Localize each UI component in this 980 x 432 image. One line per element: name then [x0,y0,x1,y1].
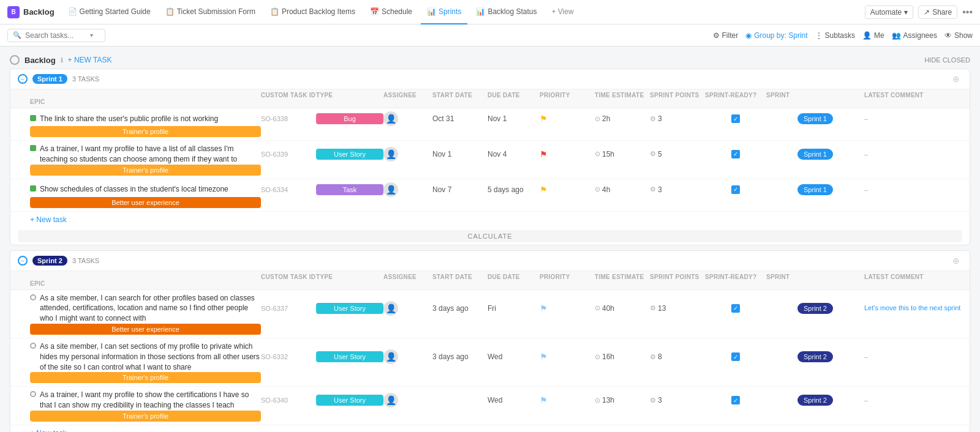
tab-product-backlog[interactable]: 📋 Product Backlog Items [264,0,361,24]
new-task-button[interactable]: + NEW TASK [68,56,112,64]
tab-sprints[interactable]: 📊 Sprints [421,0,467,24]
app-logo[interactable]: B Backlog [7,6,55,18]
hide-closed-label: HIDE CLOSED [924,56,970,64]
points-icon: ⚙ [650,115,656,123]
assignees-icon: 👥 [892,31,901,40]
ready-checkbox[interactable]: ✓ [705,304,766,313]
search-input[interactable] [25,31,86,40]
ready-checkbox[interactable]: ✓ [705,114,766,123]
avatar[interactable]: 👤 [383,147,398,162]
epic-badge[interactable]: Trainer's profile [30,165,261,176]
epic-badge[interactable]: Trainer's profile [30,126,261,137]
start-date: Nov 1 [432,150,488,158]
assignees-label: Assignees [903,31,937,40]
sprint-pill[interactable]: Sprint 1 [797,113,833,124]
type-badge[interactable]: User Story [316,351,383,362]
filter-button[interactable]: ⚙ Filter [713,31,739,40]
subtasks-button[interactable]: ⋮ Subtasks [815,31,855,40]
sprint2-collapse-icon[interactable]: – [18,256,28,266]
sprint-cell: Sprint 1 [766,113,864,124]
assignees-button[interactable]: 👥 Assignees [892,31,937,40]
tab-label: Schedule [382,7,412,16]
latest-comment: Let's move this to the next sprint [864,304,962,313]
sprint1-column-headers: CUSTOM TASK ID TYPE ASSIGNEE START DATE … [10,89,970,108]
points-value: 8 [658,352,662,361]
type-badge[interactable]: User Story [316,149,383,160]
ready-checkbox[interactable]: ✓ [705,352,766,361]
points-cell: ⚙3 [650,114,705,123]
epic-badge[interactable]: Trainer's profile [30,411,261,422]
automate-button[interactable]: Automate ▾ [865,6,913,19]
subtasks-icon: ⋮ [815,31,823,40]
avatar[interactable]: 👤 [383,393,398,408]
sprint-pill[interactable]: Sprint 2 [797,395,833,406]
task-id: SO-6332 [261,353,316,360]
avatar[interactable]: 👤 [383,111,398,126]
search-box[interactable]: 🔍 ▾ [7,29,105,42]
status-dot [30,294,36,300]
task-name[interactable]: As a site member, I can set sections of … [40,341,261,372]
avatar[interactable]: 👤 [383,301,398,316]
backlog-title: Backlog [24,56,56,65]
task-name[interactable]: The link to share the user's public prof… [40,114,218,124]
share-button[interactable]: ↗ Share [918,6,957,19]
type-badge[interactable]: User Story [316,395,383,406]
tab-icon: 📊 [427,7,436,16]
avatar[interactable]: 👤 [383,182,398,197]
backlog-collapse-icon[interactable] [10,55,20,65]
estimate-cell: ⊙4h [595,185,650,194]
tab-backlog-status[interactable]: 📊 Backlog Status [470,0,543,24]
task-name[interactable]: As a site member, I can search for other… [40,293,261,324]
points-cell: ⚙5 [650,150,705,158]
tab-ticket-form[interactable]: 📋 Ticket Submission Form [159,0,262,24]
share-icon: ↗ [924,8,930,17]
avatar[interactable]: 👤 [383,349,398,364]
sprint2-new-task-link[interactable]: + New task [10,425,970,432]
sprint-pill[interactable]: Sprint 1 [797,149,833,160]
type-badge[interactable]: Task [316,184,383,195]
sprint2-badge[interactable]: Sprint 2 [32,256,67,266]
task-name[interactable]: As a trainer, I want my profile to have … [40,144,261,165]
type-badge[interactable]: User Story [316,303,383,314]
ready-checkbox[interactable]: ✓ [705,150,766,158]
sprint1-new-task-link[interactable]: + New task [10,212,970,228]
more-options-icon[interactable]: ••• [962,7,973,18]
backlog-info-icon[interactable]: ℹ [61,56,63,64]
sprint1-add-icon[interactable]: ⊕ [952,74,962,84]
task-name[interactable]: As a trainer, I want my profile to show … [40,390,261,411]
calculate-button[interactable]: CALCULATE [18,230,962,242]
tab-add-view[interactable]: + View [545,0,579,24]
sprint1-collapse-icon[interactable]: – [18,74,28,84]
col-epic: EPIC [30,99,261,105]
new-task-label: + NEW TASK [68,56,112,64]
sprint2-column-headers: CUSTOM TASK ID TYPE ASSIGNEE START DATE … [10,271,970,290]
sprint1-badge[interactable]: Sprint 1 [32,74,67,84]
epic-badge[interactable]: Better user experience [30,197,261,208]
sprint-pill[interactable]: Sprint 2 [797,303,833,314]
ready-checkbox[interactable]: ✓ [705,185,766,194]
epic-badge[interactable]: Trainer's profile [30,372,261,383]
estimate-value: 40h [602,304,614,313]
group-label: Group by: Sprint [754,31,807,40]
tab-label: Product Backlog Items [282,7,355,16]
type-badge[interactable]: Bug [316,113,383,124]
sprint-pill[interactable]: Sprint 1 [797,184,833,195]
estimate-cell: ⊙16h [595,352,650,361]
sprint2-header: – Sprint 2 3 TASKS ⊕ [10,251,970,271]
epic-badge[interactable]: Better user experience [30,324,261,335]
col-type: TYPE [316,92,383,99]
tab-icon: 📄 [68,7,77,16]
ready-checkbox[interactable]: ✓ [705,396,766,404]
hide-closed-button[interactable]: HIDE CLOSED [924,56,970,64]
task-name-cell: The link to share the user's public prof… [30,114,261,124]
task-name[interactable]: Show schedules of classes in the student… [40,184,228,195]
group-by-button[interactable]: ◉ Group by: Sprint [745,31,807,40]
show-button[interactable]: 👁 Show [944,31,973,40]
filter-icon: ⚙ [713,31,720,40]
me-button[interactable]: 👤 Me [862,31,884,40]
sprint-pill[interactable]: Sprint 2 [797,351,833,362]
sprint2-add-icon[interactable]: ⊕ [952,256,962,266]
tab-getting-started[interactable]: 📄 Getting Started Guide [62,0,157,24]
tab-schedule[interactable]: 📅 Schedule [364,0,418,24]
clock-icon: ⊙ [595,397,600,404]
